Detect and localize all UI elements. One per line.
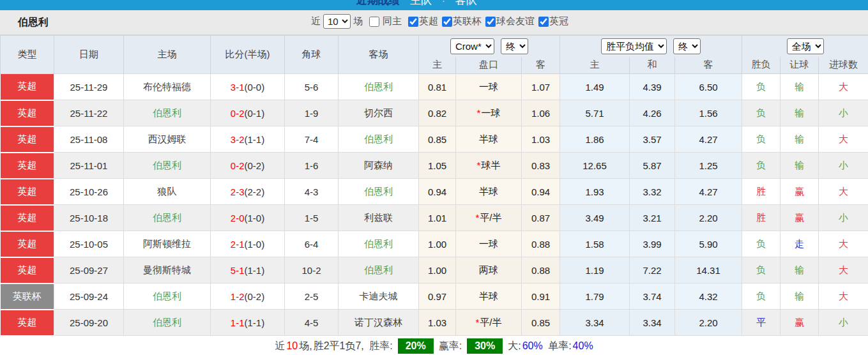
handicap-result-cell: 输 [780,100,819,126]
avg-home-odds: 3.49 [560,205,630,231]
corners: 1-5 [285,205,339,231]
score-cell: 2-1(1-0) [211,231,285,257]
handicap-result-cell: 输 [780,126,819,153]
top-nav-bar: 近期战绩 主队 · 客队 [0,0,868,10]
handicap-home-odds: 0.97 [419,283,456,310]
scope-header: 全场 [742,36,868,57]
avg-draw-odds: 7.22 [630,257,675,283]
avg-home-odds: 1.86 [560,126,630,153]
league-filter-checkbox[interactable] [538,17,549,27]
sub-header-handicap-away: 客 [522,57,560,74]
fulltime-score: 1-2 [231,291,245,302]
away-team: 利兹联 [339,205,419,231]
handicap-result-cell: 输 [780,74,819,100]
sub-header-handicap-home: 主 [419,57,456,74]
avg-draw-odds: 4.26 [630,100,675,126]
handicap-line: 两球 [456,257,522,283]
handicap-line: *平/半 [456,205,522,231]
goals-cell: 大 [819,74,868,100]
fulltime-score: 2-1 [231,239,245,250]
near-label: 近 [311,15,321,27]
avg-time-select[interactable]: 终 [673,38,701,54]
corners: 10-2 [285,257,339,283]
avg-odds-select[interactable]: 胜平负均值 [601,38,667,54]
goals-cell: 小 [819,100,868,126]
league-filter-label: 英超 [419,15,438,27]
filter-toolbar: 伯恩利 近 10 场 同主 英超英联杯球会友谊英冠 [0,10,868,35]
away-team: 阿森纳 [339,153,419,179]
home-team: 伯恩利 [124,205,211,231]
avg-home-odds: 1.93 [560,179,630,205]
home-team: 西汉姆联 [124,126,211,153]
score-cell: 1-1(1-1) [211,310,285,336]
match-date: 25-11-29 [54,74,124,100]
corners: 5-6 [285,74,339,100]
match-row: 英超25-11-08西汉姆联3-2(1-1)7-4伯恩利0.85半球1.031.… [1,126,868,153]
handicap-line: 一球 [456,74,522,100]
league-badge: 英超 [1,257,54,283]
avg-home-odds: 3.34 [560,310,630,336]
sub-header-goals: 进球数 [819,57,868,74]
league-filter-checkbox[interactable] [485,17,496,27]
avg-draw-odds: 3.32 [630,179,675,205]
league-badge: 英超 [1,74,54,100]
scope-select[interactable]: 全场 [787,38,824,54]
tab-recent-results[interactable]: 近期战绩 [356,0,400,8]
league-filter-label: 英冠 [549,15,568,27]
league-filter-球会友谊: 球会友谊 [482,15,535,27]
avg-draw-odds: 3.57 [630,126,675,153]
goals-cell: 大 [819,179,868,205]
league-filter-checkbox[interactable] [442,17,452,27]
col-header-away: 客场 [339,36,419,74]
sub-header-result: 胜负 [742,57,780,74]
match-row: 英超25-09-20伯恩利1-1(1-1)4-5诺丁汉森林1.03*平/半0.8… [1,310,868,336]
col-header-corners: 角球 [285,36,339,74]
result-cell: 负 [742,231,780,257]
score-cell: 1-2(0-2) [211,283,285,310]
handicap-result-cell: 输 [780,153,819,179]
handicap-result-cell: 赢 [780,179,819,205]
col-header-home: 主场 [124,36,211,74]
avg-away-odds: 1.56 [675,100,742,126]
sub-header-handicap-result: 让球 [780,57,819,74]
result-cell: 胜 [742,179,780,205]
changed-line-marker: * [475,212,479,223]
bookmaker-select[interactable]: Crow* [450,38,494,54]
match-row: 英超25-11-01伯恩利0-2(0-2)1-6阿森纳1.05*球半0.8312… [1,153,868,179]
handicap-line: *平/半 [456,310,522,336]
same-home-checkbox[interactable] [369,17,379,27]
avg-away-odds: 2.20 [675,310,742,336]
avg-away-odds: 4.27 [675,179,742,205]
filter-controls: 近 10 场 同主 英超英联杯球会友谊英冠 [311,14,568,29]
avg-draw-odds: 3.74 [630,283,675,310]
tab-away-team[interactable]: 客队 [455,0,477,8]
avg-away-odds: 4.32 [675,283,742,310]
footer-near-label: 近 [275,340,285,353]
same-home-label: 同主 [383,15,402,27]
league-filter-英超: 英超 [404,15,438,27]
away-team: 伯恩利 [339,231,419,257]
goals-cell: 大 [819,283,868,310]
handicap-home-odds: 1.05 [419,153,456,179]
halftime-score: (1-1) [245,265,265,276]
handicap-time-select[interactable]: 终 [501,38,528,54]
away-team: 伯恩利 [339,179,419,205]
match-count-select[interactable]: 10 [323,14,351,29]
fulltime-score: 3-2 [231,134,245,145]
handicap-away-odds: 0.94 [522,179,560,205]
league-badge: 英超 [1,100,54,126]
handicap-result-cell: 走 [780,231,819,257]
league-filter-checkbox[interactable] [408,17,418,27]
fulltime-score: 1-1 [231,317,245,328]
fulltime-score: 3-1 [231,82,245,93]
avg-away-odds: 14.31 [675,257,742,283]
tab-home-team[interactable]: 主队 [410,0,432,8]
home-team: 布伦特福德 [124,74,211,100]
handicap-line: *一球 [456,100,522,126]
match-date: 25-11-22 [54,100,124,126]
sub-header-avg-home: 主 [560,57,630,74]
home-team: 伯恩利 [124,310,211,336]
handicap-home-odds: 1.03 [419,310,456,336]
match-history-table: 类型 日期 主场 比分(半场) 角球 客场 Crow* 终 胜平负均值 终 全场 [0,35,868,336]
handicap-away-odds: 0.91 [522,283,560,310]
